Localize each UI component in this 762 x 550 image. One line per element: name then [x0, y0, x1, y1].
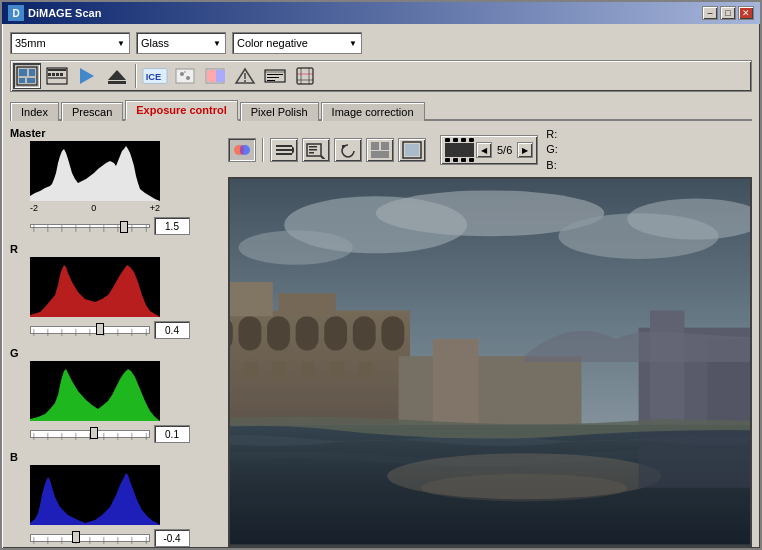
film-holes-bottom: [445, 158, 474, 162]
maximize-button[interactable]: □: [720, 6, 736, 20]
master-hist-scale: -2 0 +2: [30, 203, 160, 213]
prescan-button[interactable]: [43, 63, 71, 89]
icon-toolbar: ICE: [10, 60, 752, 92]
color-preview-button[interactable]: [228, 138, 256, 162]
svg-rect-32: [297, 68, 313, 84]
g-label: G:: [546, 142, 558, 157]
film-holes-top: [445, 138, 474, 142]
preview-image-area: [228, 177, 752, 547]
svg-rect-50: [371, 142, 379, 150]
index-scan-button[interactable]: [13, 63, 41, 89]
top-toolbar: 35mm ▼ Glass ▼ Color negative ▼: [10, 32, 752, 54]
svg-point-19: [186, 76, 190, 80]
film-type-dropdown[interactable]: Color negative ▼: [232, 32, 362, 54]
blue-value-display: -0.4: [154, 529, 190, 547]
svg-marker-12: [80, 68, 94, 84]
minimize-button[interactable]: –: [702, 6, 718, 20]
left-panel: Master: [10, 127, 220, 547]
title-bar-left: D DiMAGE Scan: [8, 5, 101, 21]
preview-toolbar: ◀ 5/6 ▶ R: G: B:: [228, 127, 752, 173]
close-button[interactable]: ✕: [738, 6, 754, 20]
chevron-down-icon: ▼: [349, 39, 357, 48]
eject-button[interactable]: [103, 63, 131, 89]
master-histogram: [30, 141, 160, 201]
svg-rect-46: [309, 146, 317, 148]
svg-rect-30: [267, 77, 279, 78]
blue-slider[interactable]: |||||||||: [30, 534, 150, 542]
tab-image-correction[interactable]: Image correction: [321, 102, 425, 121]
svg-line-45: [321, 156, 325, 159]
red-value-display: 0.4: [154, 321, 190, 339]
full-preview-button[interactable]: [398, 138, 426, 162]
prev-frame-button[interactable]: ◀: [476, 142, 492, 158]
preview-button[interactable]: [73, 63, 101, 89]
app-icon: D: [8, 5, 24, 21]
svg-rect-22: [207, 70, 216, 82]
layout-button[interactable]: [366, 138, 394, 162]
svg-text:ICE: ICE: [146, 72, 161, 82]
svg-rect-8: [52, 73, 55, 76]
film-counter: ◀ 5/6 ▶: [440, 135, 538, 165]
master-slider[interactable]: | | | | | | | | |: [30, 224, 150, 228]
master-value-display: 1.5: [154, 217, 190, 235]
red-histogram: [30, 257, 160, 317]
window-title: DiMAGE Scan: [28, 7, 101, 19]
digital-ice-button[interactable]: [231, 63, 259, 89]
main-area: Master: [10, 127, 752, 547]
svg-rect-86: [230, 179, 750, 545]
green-slider[interactable]: |||||||||: [30, 430, 150, 438]
ice-button[interactable]: ICE: [141, 63, 169, 89]
chevron-down-icon: ▼: [213, 39, 221, 48]
tabs-row: Index Prescan Exposure control Pixel Pol…: [10, 98, 752, 121]
svg-rect-2: [29, 69, 35, 76]
preview-photo: [230, 179, 750, 545]
view-options-button[interactable]: [270, 138, 298, 162]
red-label: R: [10, 243, 220, 255]
b-label: B:: [546, 158, 558, 173]
tab-prescan[interactable]: Prescan: [61, 102, 123, 121]
green-channel-section: G |||||||||: [10, 347, 220, 443]
grain-reduction-button[interactable]: [171, 63, 199, 89]
blue-histogram: [30, 465, 160, 525]
svg-rect-10: [60, 73, 63, 76]
svg-point-20: [184, 71, 186, 73]
svg-rect-51: [381, 142, 389, 150]
next-frame-button[interactable]: ▶: [517, 142, 533, 158]
svg-rect-42: [276, 153, 292, 155]
glass-type-dropdown[interactable]: Glass ▼: [136, 32, 226, 54]
job-list-button[interactable]: [291, 63, 319, 89]
zoom-button[interactable]: [302, 138, 330, 162]
svg-rect-6: [48, 69, 66, 71]
r-label: R:: [546, 127, 558, 142]
svg-point-39: [240, 145, 244, 155]
svg-rect-9: [56, 73, 59, 76]
svg-rect-48: [309, 152, 314, 154]
red-channel-section: R |||||||||: [10, 243, 220, 339]
svg-rect-31: [267, 80, 275, 81]
film-frame-area: [445, 143, 474, 157]
svg-rect-14: [108, 81, 126, 84]
rgb-labels: R: G: B:: [546, 127, 558, 173]
right-panel: ◀ 5/6 ▶ R: G: B:: [228, 127, 752, 547]
svg-rect-7: [48, 73, 51, 76]
green-histogram: [30, 361, 160, 421]
master-channel-section: Master: [10, 127, 220, 235]
svg-rect-29: [267, 74, 283, 75]
svg-rect-54: [405, 144, 419, 156]
content-area: 35mm ▼ Glass ▼ Color negative ▼: [2, 24, 760, 550]
svg-marker-13: [108, 70, 126, 80]
red-slider[interactable]: |||||||||: [30, 326, 150, 334]
scan-settings-button[interactable]: [261, 63, 289, 89]
color-correction-button[interactable]: [201, 63, 229, 89]
tab-index[interactable]: Index: [10, 102, 59, 121]
blue-channel-section: B |||||||||: [10, 451, 220, 547]
svg-point-18: [180, 72, 184, 76]
tab-pixel-polish[interactable]: Pixel Polish: [240, 102, 319, 121]
svg-point-26: [244, 80, 246, 82]
undo-button[interactable]: [334, 138, 362, 162]
svg-marker-49: [342, 145, 347, 150]
toolbar-separator: [135, 64, 137, 88]
title-bar: D DiMAGE Scan – □ ✕: [2, 2, 760, 24]
tab-exposure-control[interactable]: Exposure control: [125, 100, 237, 121]
film-format-dropdown[interactable]: 35mm ▼: [10, 32, 130, 54]
